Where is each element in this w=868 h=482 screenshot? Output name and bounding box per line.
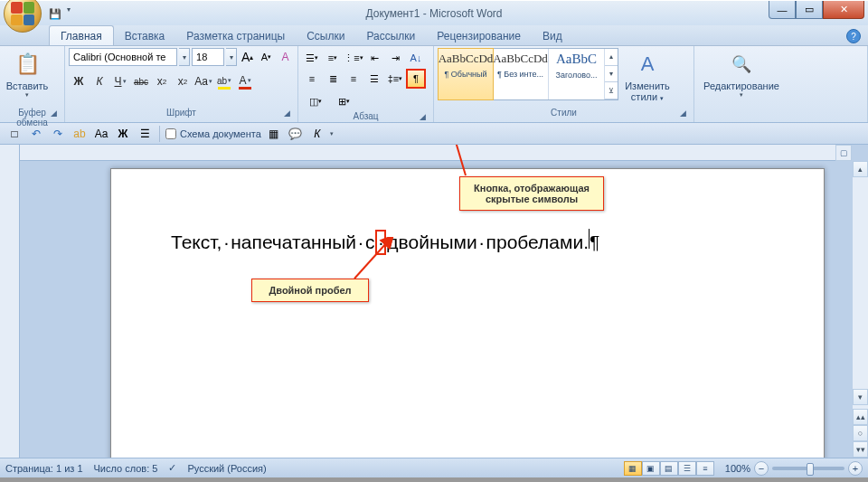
group-font: ▾ ▾ A▴ A▾ A Ж К Ч▾ abc x2 x2 Aa▾ ab▾ A▾: [65, 46, 298, 122]
status-language[interactable]: Русский (Россия): [187, 463, 266, 474]
indent-inc-button[interactable]: ⇥: [385, 48, 405, 68]
zoom-slider[interactable]: [772, 467, 844, 470]
ruler-toggle[interactable]: ▢: [835, 145, 852, 161]
view-print-layout[interactable]: ▦: [624, 461, 642, 476]
superscript-button[interactable]: x2: [173, 71, 193, 91]
italic-button[interactable]: К: [90, 71, 109, 91]
qat2-comment-icon[interactable]: 💬: [287, 125, 305, 143]
view-full-screen[interactable]: ▣: [642, 461, 660, 476]
bold-button[interactable]: Ж: [69, 71, 89, 91]
indent-dec-button[interactable]: ⇤: [364, 48, 384, 68]
find-icon: 🔍: [727, 50, 756, 79]
align-center-button[interactable]: ≣: [323, 69, 343, 89]
underline-button[interactable]: Ч▾: [110, 71, 130, 91]
qat-save-icon[interactable]: 💾: [47, 5, 63, 22]
view-draft[interactable]: ≡: [696, 461, 714, 476]
show-hide-pilcrow-button[interactable]: ¶: [406, 69, 426, 89]
document-page[interactable]: Текст,·напечатанный·с·двойными·пробелами…: [110, 168, 825, 458]
app-window: 💾 ▾ Документ1 - Microsoft Word — ▭ ✕ Гла…: [0, 0, 868, 477]
ribbon-tabs: Главная Вставка Разметка страницы Ссылки…: [0, 25, 868, 46]
group-editing: 🔍 Редактирование ▾: [694, 46, 868, 122]
shading-button[interactable]: ◫▾: [302, 91, 329, 111]
paste-button[interactable]: 📋 Вставить ▾: [4, 48, 51, 100]
zoom-out-button[interactable]: −: [754, 461, 769, 476]
horizontal-ruler[interactable]: [20, 145, 852, 161]
align-left-button[interactable]: ≡: [302, 69, 322, 89]
styles-gallery-more[interactable]: ▴▾⊻: [605, 49, 618, 99]
numbering-button[interactable]: ≡▾: [323, 48, 343, 68]
arrow-to-pilcrow: [446, 145, 473, 177]
scroll-up-icon[interactable]: ▴: [853, 161, 868, 177]
document-map-checkbox[interactable]: Схема документа: [165, 128, 261, 139]
style-normal[interactable]: AaBbCcDd ¶ Обычный: [438, 48, 494, 100]
qat2-list-icon[interactable]: ☰: [136, 125, 154, 143]
subscript-button[interactable]: x2: [152, 71, 172, 91]
tab-insert[interactable]: Вставка: [114, 26, 176, 45]
view-web[interactable]: ▤: [660, 461, 678, 476]
qat2-bold-icon[interactable]: Ж: [114, 125, 132, 143]
change-case-button[interactable]: Aa▾: [193, 71, 213, 91]
style-no-spacing[interactable]: AaBbCcDd ¶ Без инте...: [493, 49, 549, 99]
tab-references[interactable]: Ссылки: [296, 26, 355, 45]
borders-button[interactable]: ⊞▾: [330, 91, 357, 111]
document-workspace: ▢ Текст,·напечатанный·с·двойными·пробела…: [0, 145, 868, 458]
grow-font-icon[interactable]: A▴: [239, 48, 256, 66]
status-words[interactable]: Число слов: 5: [94, 463, 158, 474]
font-launcher[interactable]: ◢: [281, 109, 292, 119]
multilevel-button[interactable]: ⋮≡▾: [344, 48, 363, 68]
font-size-dropdown[interactable]: ▾: [226, 48, 237, 66]
font-size-combo[interactable]: [192, 48, 224, 66]
group-paragraph: ☰▾ ≡▾ ⋮≡▾ ⇤ ⇥ A↓ ≡ ≣ ≡ ☰ ‡≡▾ ¶ ◫▾ ⊞▾: [298, 46, 434, 122]
line-spacing-button[interactable]: ‡≡▾: [385, 69, 405, 89]
qat-dropdown-icon[interactable]: ▾: [67, 5, 76, 22]
highlight-button[interactable]: ab▾: [214, 71, 234, 91]
status-page[interactable]: Страница: 1 из 1: [5, 463, 83, 474]
close-button[interactable]: ✕: [823, 1, 864, 19]
styles-launcher[interactable]: ◢: [677, 109, 688, 119]
bullets-button[interactable]: ☰▾: [302, 48, 322, 68]
tab-view[interactable]: Вид: [532, 26, 573, 45]
group-styles: AaBbCcDd ¶ Обычный AaBbCcDd ¶ Без инте..…: [434, 46, 694, 122]
tab-review[interactable]: Рецензирование: [426, 26, 532, 45]
styles-gallery[interactable]: AaBbCcDd ¶ Обычный AaBbCcDd ¶ Без инте..…: [438, 48, 618, 100]
help-icon[interactable]: ?: [846, 29, 861, 43]
vertical-ruler[interactable]: [0, 145, 20, 458]
strike-button[interactable]: abc: [131, 71, 151, 91]
editing-button[interactable]: 🔍 Редактирование ▾: [698, 48, 785, 100]
next-page-icon[interactable]: ▾▾: [853, 441, 868, 458]
align-right-button[interactable]: ≡: [344, 69, 363, 89]
scroll-down-icon[interactable]: ▾: [853, 389, 868, 405]
qat2-redo-icon[interactable]: ↷: [49, 125, 67, 143]
qat2-case-icon[interactable]: Aa: [92, 125, 110, 143]
justify-button[interactable]: ☰: [364, 69, 384, 89]
font-name-combo[interactable]: [69, 48, 177, 66]
zoom-level[interactable]: 100%: [725, 463, 750, 474]
maximize-button[interactable]: ▭: [796, 1, 823, 19]
paragraph-launcher[interactable]: ◢: [417, 112, 428, 123]
qat2-italic-icon[interactable]: К: [308, 125, 326, 143]
statusbar: Страница: 1 из 1 Число слов: 5 ✓ Русский…: [0, 458, 868, 477]
svg-line-1: [354, 242, 387, 279]
tab-mailings[interactable]: Рассылки: [355, 26, 426, 45]
font-color-button[interactable]: A▾: [235, 71, 255, 91]
style-heading1[interactable]: AaBbC Заголово...: [549, 49, 605, 99]
browse-object-icon[interactable]: ○: [853, 425, 868, 441]
minimize-button[interactable]: —: [769, 1, 796, 19]
clear-format-icon[interactable]: A: [277, 48, 294, 66]
shrink-font-icon[interactable]: A▾: [258, 48, 275, 66]
change-styles-button[interactable]: A Изменить стили ▾: [620, 48, 675, 104]
tab-home[interactable]: Главная: [49, 25, 114, 45]
group-clipboard: 📋 Вставить ▾ Буфер обмена◢: [0, 46, 65, 122]
sort-button[interactable]: A↓: [406, 48, 426, 68]
status-proof-icon[interactable]: ✓: [168, 462, 176, 474]
arrow-to-double-space: [351, 237, 396, 282]
qat2-highlight-icon[interactable]: ab: [71, 125, 89, 143]
zoom-in-button[interactable]: +: [848, 461, 863, 476]
prev-page-icon[interactable]: ▴▴: [853, 409, 868, 425]
clipboard-launcher[interactable]: ◢: [48, 109, 59, 119]
tab-layout[interactable]: Разметка страницы: [175, 26, 296, 45]
qat2-macros-icon[interactable]: ▦: [265, 125, 283, 143]
font-name-dropdown[interactable]: ▾: [179, 48, 190, 66]
view-outline[interactable]: ☰: [678, 461, 696, 476]
vertical-scrollbar[interactable]: ▴ ▾ ▴▴ ○ ▾▾: [852, 161, 868, 458]
